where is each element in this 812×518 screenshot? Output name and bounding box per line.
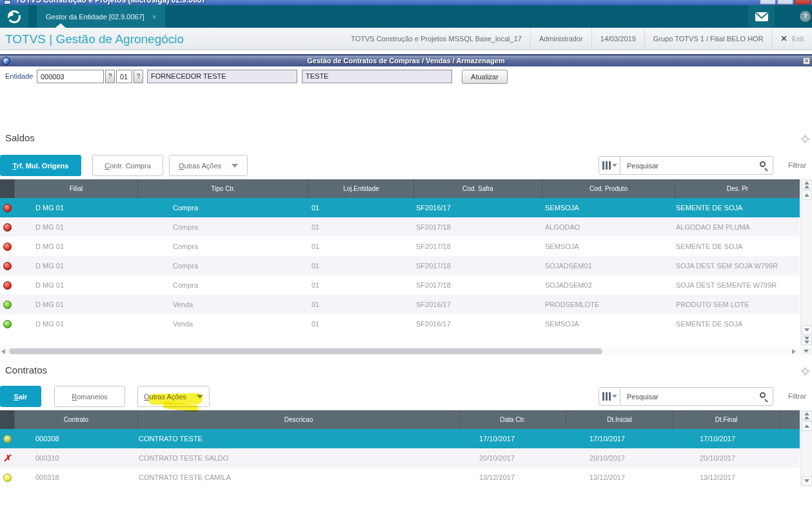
status-icon: [3, 262, 12, 270]
saldos-columns-button[interactable]: [599, 156, 620, 175]
exit-label: Exit: [792, 35, 804, 43]
contratos-table: Contrato Descricao Data Ctr. Dt.Inicial …: [0, 410, 800, 487]
column-header[interactable]: [779, 410, 800, 429]
update-button[interactable]: Atualizar: [462, 70, 508, 84]
contratos-search-box: [620, 387, 773, 406]
header-info-bar: TOTVS Construção e Projetos MSSQL Base_l…: [342, 28, 812, 50]
status-icon: [3, 223, 12, 232]
saldos-settings-gear-icon[interactable]: [802, 136, 808, 142]
column-header[interactable]: Contrato: [14, 410, 137, 429]
saldos-section-title: Saldos: [5, 132, 35, 143]
saldos-search-input[interactable]: [620, 156, 773, 175]
scroll-down-button[interactable]: [802, 325, 812, 335]
status-icon: [3, 243, 12, 251]
columns-icon: [602, 392, 604, 401]
contratos-columns-button[interactable]: [599, 387, 620, 406]
maximize-button[interactable]: [777, 0, 793, 5]
chevron-down-icon: [612, 164, 617, 167]
saldos-outras-acoes-button[interactable]: Outras Ações: [169, 155, 248, 176]
table-row[interactable]: 000308CONTRATO TESTE17/10/201717/10/2017…: [0, 429, 800, 448]
tab-bar: Gestor da Entidade [02.9.0067] × ?: [0, 5, 812, 28]
minimize-button[interactable]: [760, 0, 776, 5]
dialog-title: Gestão de Contratos de Compras / Vendas …: [0, 55, 812, 66]
user-label: Administrador: [530, 28, 591, 50]
entity-code-field[interactable]: [37, 70, 104, 83]
column-header[interactable]: Loj.Entidade: [308, 179, 413, 198]
table-row[interactable]: D MG 01Compra01SF2017/18ALGODAOALGODAO E…: [0, 217, 800, 237]
chevron-down-icon: [612, 395, 617, 398]
scroll-page-up-button[interactable]: [802, 411, 812, 421]
contratos-search-input[interactable]: [620, 387, 773, 406]
exit-button[interactable]: ✕ Exit: [772, 28, 812, 50]
romaneios-button[interactable]: Romaneios: [54, 386, 125, 407]
dialog-close-button[interactable]: ✕: [803, 57, 810, 65]
contratos-filter-link[interactable]: Filtrar: [788, 392, 806, 400]
scroll-page-down-button[interactable]: [802, 335, 812, 345]
date-label: 14/03/2019: [591, 28, 644, 50]
environment-label: TOTVS Construção e Projetos MSSQL Base_l…: [342, 28, 530, 50]
scrollbar-corner[interactable]: [800, 347, 812, 355]
search-icon[interactable]: [760, 161, 766, 167]
status-icon: [3, 435, 12, 443]
sair-button[interactable]: Sair: [0, 386, 41, 407]
entity-shortname-field: TESTE: [302, 70, 452, 83]
chevron-down-icon: [232, 164, 238, 168]
scroll-left-icon[interactable]: [1, 349, 5, 354]
saldos-search-group: [599, 156, 773, 175]
saldos-filter-link[interactable]: Filtrar: [788, 161, 806, 169]
status-column-header[interactable]: [0, 179, 14, 198]
close-button[interactable]: [795, 0, 811, 5]
saldos-vertical-scrollbar[interactable]: [800, 179, 812, 346]
trf-mul-origens-button[interactable]: Trf. Mul. Origens: [0, 155, 81, 176]
scroll-page-up-button[interactable]: [802, 180, 812, 190]
table-row[interactable]: D MG 01Compra01SF2017/18SEMSOJASEMENTE D…: [0, 237, 800, 256]
table-row[interactable]: D MG 01Compra01SF2017/18SOJADSEM01SOJA D…: [0, 256, 800, 275]
column-header[interactable]: Tipo Ctr.: [137, 179, 308, 198]
saldos-horizontal-scrollbar[interactable]: [0, 347, 800, 355]
status-icon: [3, 301, 12, 309]
contratos-section-title: Contratos: [5, 364, 47, 375]
entity-lookup-button-1[interactable]: ?: [105, 70, 115, 83]
column-header[interactable]: Data Ctr.: [459, 410, 566, 429]
window-title: TOTVS Construção e Projetos (Microsiga) …: [15, 0, 206, 5]
contr-compra-button[interactable]: Contr. Compra: [92, 155, 163, 176]
scrollbar-thumb[interactable]: [9, 348, 602, 354]
branch-label: Grupo TOTVS 1 / Filial BELO HOR: [644, 28, 772, 50]
table-row[interactable]: 000318CONTRATO TESTE CAMILA13/12/201713/…: [0, 468, 800, 487]
scroll-up-button[interactable]: [802, 421, 812, 431]
app-window: TOTVS Construção e Projetos (Microsiga) …: [0, 0, 812, 518]
column-header[interactable]: Filial: [14, 179, 137, 198]
scroll-right-icon[interactable]: [792, 349, 796, 354]
column-header[interactable]: Des. Pr: [675, 179, 800, 198]
saldos-table-header: Filial Tipo Ctr. Loj.Entidade Cod. Safra…: [0, 179, 800, 198]
status-column-header[interactable]: [0, 410, 14, 429]
tab-close-icon[interactable]: ×: [152, 13, 156, 21]
status-icon: [3, 473, 12, 482]
column-header[interactable]: Dt.Final: [673, 410, 779, 429]
entity-lookup-button-2[interactable]: ?: [134, 70, 143, 83]
entity-label: Entidade: [5, 72, 33, 80]
column-header[interactable]: Dt.Inicial: [566, 410, 673, 429]
contratos-settings-gear-icon[interactable]: [802, 368, 808, 374]
table-row[interactable]: D MG 01Compra01SF2016/17SEMSOJASEMENTE D…: [0, 198, 800, 217]
active-tab-caret: [55, 23, 66, 28]
status-icon: [3, 281, 12, 290]
column-header[interactable]: Cod. Produto: [542, 179, 675, 198]
column-header[interactable]: Descricao: [137, 410, 459, 429]
mail-button[interactable]: [748, 5, 775, 28]
entity-store-field[interactable]: [116, 70, 132, 83]
table-row[interactable]: D MG 01Venda01SF2016/17SEMSOJASEMENTE DE…: [0, 314, 800, 334]
table-row[interactable]: 000310CONTRATO TESTE SALDO20/10/201720/1…: [0, 448, 800, 468]
column-header[interactable]: Cod. Safra: [413, 179, 542, 198]
entity-form-row: Entidade ? ? FORNECEDOR TESTE TESTE Atua…: [0, 70, 812, 86]
help-button[interactable]: ?: [800, 11, 811, 22]
scroll-down-button[interactable]: [802, 476, 812, 486]
table-row[interactable]: D MG 01Compra01SF2017/18SOJADSEM02SOJA D…: [0, 275, 800, 295]
contratos-table-header: Contrato Descricao Data Ctr. Dt.Inicial …: [0, 410, 800, 429]
scroll-up-button[interactable]: [802, 190, 812, 200]
contratos-vertical-scrollbar[interactable]: [800, 410, 812, 486]
table-row[interactable]: D MG 01Venda01SF2016/17PRODSEMLOTEPRODUT…: [0, 295, 800, 314]
search-icon[interactable]: [760, 392, 766, 398]
status-icon: [3, 452, 11, 464]
totvs-logo[interactable]: [0, 5, 28, 28]
